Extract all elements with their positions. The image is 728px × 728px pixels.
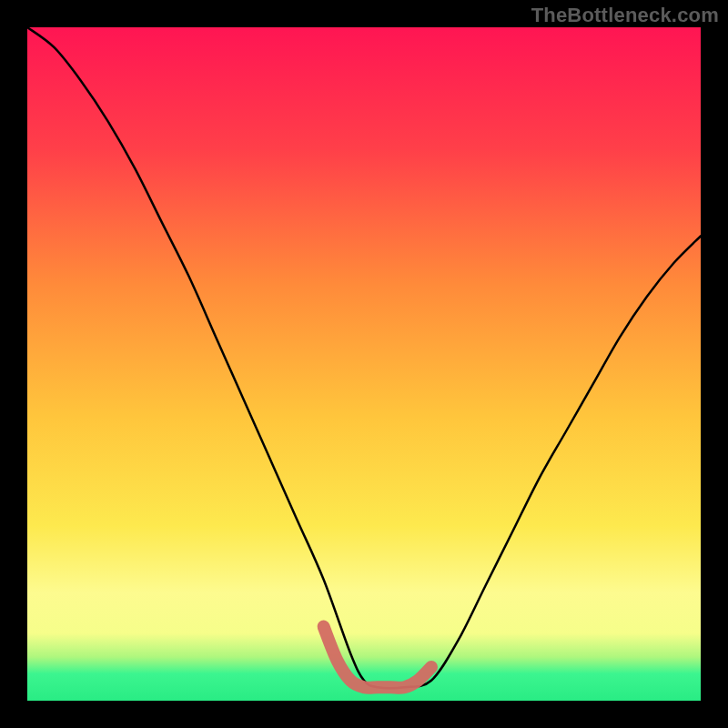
chart-frame: TheBottleneck.com xyxy=(0,0,728,728)
plot-area xyxy=(27,27,701,701)
watermark-label: TheBottleneck.com xyxy=(531,4,719,27)
chart-svg xyxy=(27,27,701,701)
gradient-background xyxy=(27,27,701,701)
